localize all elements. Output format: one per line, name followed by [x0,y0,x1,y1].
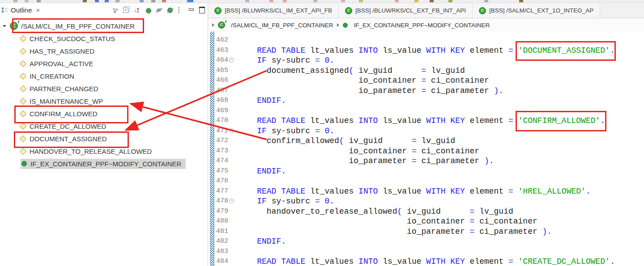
code-editor[interactable]: 462463 READ TABLE lt_values INTO ls_valu… [208,32,644,266]
code-line-text: IF sy-subrc = 0. [238,126,334,136]
line-number[interactable]: 475 [215,166,238,177]
code-line-476[interactable]: 476 [215,176,644,186]
code-line-481[interactable]: 481 io_parameter = ci_parameter ). [215,227,644,237]
line-number[interactable]: 467 [215,86,238,96]
code-line-text: ENDIF. [238,96,286,106]
change-bar-gutter [210,32,215,266]
code-line-484[interactable]: 484 READ TABLE lt_values INTO ls_value W… [215,257,644,266]
chevron-down-icon[interactable] [3,25,6,27]
code-line-472[interactable]: 472 confirm_allowed( iv_guid = lv_guid [215,136,644,146]
line-number[interactable]: 469 [215,106,238,116]
outline-item-confirm-allowed[interactable]: CONFIRM_ALLOWED [0,107,208,120]
view-menu-icon[interactable] [178,7,180,13]
line-number[interactable]: 471− [215,126,238,136]
hide-static-members-icon[interactable] [156,7,162,13]
line-number[interactable]: 479 [215,207,238,217]
line-number[interactable]: 484 [215,257,238,266]
fold-marker-icon[interactable]: − [229,58,234,63]
abap-class-icon: Cf [10,22,18,30]
code-line-477[interactable]: 477 READ TABLE lt_values INTO ls_value W… [215,186,644,197]
focus-icon[interactable] [112,7,118,13]
outline-item-check-sucdoc-status[interactable]: CHECK_SUCDOC_STATUS [0,32,208,45]
line-number[interactable]: 462 [215,35,238,46]
breadcrumb-class[interactable]: Cf /SALM/CL_IM_FB_PPF_CONTAINER [218,21,333,29]
outline-item-handover-to-release-allowed[interactable]: HANDOVER_TO_RELEASE_ALLOWED [0,145,208,157]
code-line-text: document_assigned( iv_guid = lv_guid [238,66,465,76]
code-line-text: io_container = ci_container [238,76,489,86]
breadcrumb: Cf /SALM/CL_IM_FB_PPF_CONTAINER IF_EX_CO… [208,18,644,32]
close-icon[interactable]: × [35,6,42,14]
show-annotations-icon[interactable] [146,8,151,13]
editor-tab-0[interactable]: C[BSS] /BLUWRKS/CL_IM_EXT_API_FB [208,3,339,18]
code-line-463[interactable]: 463 READ TABLE lt_values INTO ls_value W… [215,46,644,56]
code-line-478[interactable]: 478− IF sy-subrc = 0. [215,196,644,207]
code-line-467[interactable]: 467 io_parameter = ci_parameter ). [215,86,644,96]
breadcrumb-method[interactable]: IF_EX_CONTAINER_PPF~MODIFY_CONTAINER [343,22,490,29]
code-line-482[interactable]: 482 ENDIF. [215,236,644,247]
outline-tab-title: Outline [11,6,32,14]
outline-item-document-assigned[interactable]: DOCUMENT_ASSIGNED [0,132,208,145]
outline-item-in-creation[interactable]: IN_CREATION [0,70,208,82]
collapse-all-icon[interactable] [123,7,129,13]
code-line-466[interactable]: 466 io_container = ci_container [215,76,644,86]
code-line-465[interactable]: 465 document_assigned( iv_guid = lv_guid [215,66,644,76]
outline-item-has-tr-assigned[interactable]: HAS_TR_ASSIGNED [0,45,208,57]
editor-tab-label: [BSS] /BLUWRKS/CL_IM_EXT_API_FB [225,7,332,14]
code-line-468[interactable]: 468 ENDIF. [215,96,644,106]
line-number[interactable]: 472 [215,136,238,146]
line-number[interactable]: 473 [215,146,238,156]
code-line-475[interactable]: 475 ENDIF. [215,166,644,177]
fold-marker-icon[interactable]: − [229,128,234,133]
editor-tab-2[interactable]: C[BSS] /SALM/CL_EXT_1O_INTEG_AP [473,3,600,18]
outline-item-if-ex-container-ppf-modify-container[interactable]: IF_EX_CONTAINER_PPF~MODIFY_CONTAINER [0,157,208,170]
code-line-464[interactable]: 464− IF sy-subrc = 0. [215,55,644,66]
code-line-470[interactable]: 470 READ TABLE lt_values INTO ls_value W… [215,116,644,126]
code-line-471[interactable]: 471− IF sy-subrc = 0. [215,126,644,136]
maximize-icon[interactable] [199,7,205,13]
fold-marker-icon[interactable]: − [229,198,234,203]
code-line-480[interactable]: 480 io_container = ci_container [215,216,644,227]
minimize-icon[interactable] [189,8,193,13]
outline-item-approval-active[interactable]: APPROVAL_ACTIVE [0,57,208,70]
protected-method-icon [20,85,27,92]
outline-root-node[interactable]: Cf /SALM/CL_IM_FB_PPF_CONTAINER [0,20,208,32]
line-number[interactable]: 464− [215,55,238,66]
code-line-473[interactable]: 473 io_container = ci_container [215,146,644,156]
editor-tab-1[interactable]: C[BSS] /BLUWRKS/CL_EXT_FB_INT_API [339,3,473,18]
line-number[interactable]: 466 [215,76,238,86]
line-number[interactable]: 476 [215,176,238,186]
protected-method-icon [20,110,27,117]
public-method-icon [343,23,348,28]
outline-item-label: IF_EX_CONTAINER_PPF~MODIFY_CONTAINER [30,160,181,168]
line-number[interactable]: 478− [215,196,238,207]
line-number[interactable]: 474 [215,156,238,166]
line-number[interactable]: 480 [215,216,238,227]
code-line-text: READ TABLE lt_values INTO ls_value WITH … [238,46,615,56]
line-number[interactable]: 465 [215,66,238,76]
code-line-text: io_parameter = ci_parameter ). [238,227,552,237]
code-line-text: ENDIF. [238,166,286,177]
line-number[interactable]: 477 [215,186,238,197]
line-number[interactable]: 470 [215,116,238,126]
outline-item-is-maintenance-wp[interactable]: IS_MAINTENANCE_WP [0,95,208,107]
line-number[interactable]: 463 [215,46,238,56]
code-line-469[interactable]: 469 [215,106,644,116]
line-number[interactable]: 468 [215,96,238,106]
sort-alphabetically-icon[interactable] [134,7,141,13]
code-line-text: io_container = ci_container [238,146,479,156]
abap-class-icon: C [345,7,352,14]
code-line-462[interactable]: 462 [215,35,644,46]
selected-row-highlight: IF_EX_CONTAINER_PPF~MODIFY_CONTAINER [21,159,186,169]
code-line-483[interactable]: 483 [215,247,644,257]
code-line-479[interactable]: 479 handover_to_release_allowed( iv_guid… [215,207,644,217]
line-number[interactable]: 481 [215,227,238,237]
abap-class-icon: Cf [218,21,225,29]
line-number[interactable]: 482 [215,236,238,247]
outline-item-create-dc-allowed[interactable]: CREATE_DC_ALLOWED [0,120,208,132]
code-line-474[interactable]: 474 io_parameter = ci_parameter ). [215,156,644,166]
outline-item-partner-changed[interactable]: PARTNER_CHANGED [0,82,208,95]
chevron-right-icon [212,23,214,27]
line-number[interactable]: 483 [215,247,238,257]
outline-view-tab[interactable]: Outline × [0,3,44,17]
hide-non-public-members-icon[interactable] [167,7,173,13]
